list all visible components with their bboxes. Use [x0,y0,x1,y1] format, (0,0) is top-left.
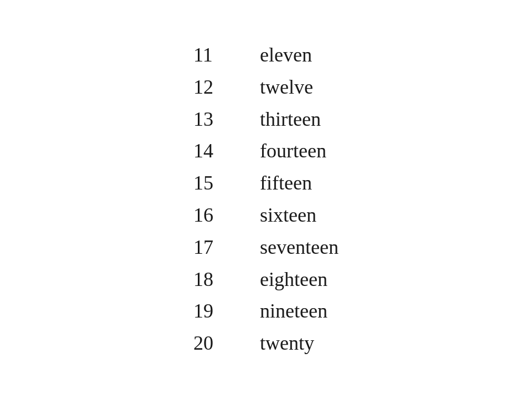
table-row: 13thirteen [193,104,339,135]
table-row: 19nineteen [193,296,339,327]
word-cell: twelve [260,72,313,103]
number-cell: 12 [193,72,260,103]
table-row: 18eighteen [193,264,339,295]
number-word-list: 11eleven12twelve13thirteen14fourteen15fi… [193,40,339,359]
number-cell: 18 [193,264,260,295]
number-cell: 15 [193,168,260,199]
word-cell: eighteen [260,264,328,295]
word-cell: nineteen [260,296,328,327]
word-cell: seventeen [260,232,339,263]
word-cell: fourteen [260,136,326,167]
table-row: 11eleven [193,40,339,71]
number-cell: 13 [193,104,260,135]
number-cell: 19 [193,296,260,327]
table-row: 16sixteen [193,200,339,231]
table-row: 12twelve [193,72,339,103]
table-row: 14fourteen [193,136,339,167]
number-cell: 11 [193,40,260,71]
number-cell: 16 [193,200,260,231]
number-cell: 20 [193,328,260,359]
number-cell: 14 [193,136,260,167]
word-cell: eleven [260,40,312,71]
word-cell: thirteen [260,104,321,135]
number-cell: 17 [193,232,260,263]
word-cell: fifteen [260,168,312,199]
table-row: 15fifteen [193,168,339,199]
word-cell: twenty [260,328,314,359]
table-row: 17seventeen [193,232,339,263]
table-row: 20twenty [193,328,339,359]
word-cell: sixteen [260,200,316,231]
